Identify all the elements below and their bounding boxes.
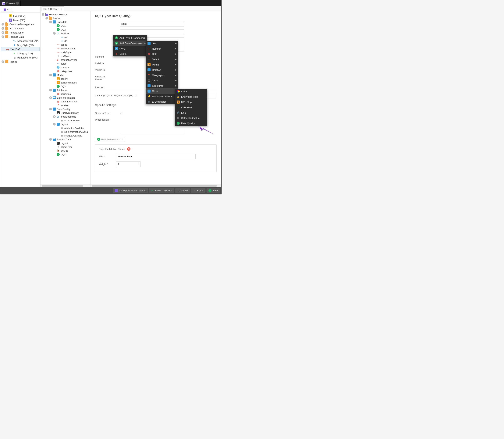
rule-weight-input[interactable]: 1 ▲▼ [116,161,141,167]
tree-item[interactable]: +E-Commerce [0,26,40,30]
menu-item[interactable]: 🔑Permission Toolkit▶ [146,94,178,99]
struct-item[interactable]: 1↓productionYear [40,58,90,62]
tree-item[interactable]: ★Event (EV) [0,14,40,18]
struct-item[interactable]: 🐌urlSlug [40,149,90,153]
struct-item[interactable]: −General Settings [40,12,90,16]
precondition-textarea[interactable] [120,117,184,134]
struct-item[interactable]: ✓DQ2 [40,28,90,31]
tree-item[interactable]: +PortalEngine [0,30,40,35]
struct-item[interactable]: −Layout [40,122,90,126]
expand-icon[interactable]: − [49,21,52,23]
remove-rule-icon[interactable]: ✕ [127,147,130,151]
struct-item[interactable]: ▦categories [40,69,90,73]
tree-item[interactable]: ▦Manufacturer (MA) [0,55,40,60]
menu-item[interactable]: 1.2Number▶ [146,46,178,51]
expand-icon[interactable]: − [53,123,56,125]
menu-item[interactable]: ✓Data Quality [175,121,207,126]
struct-item[interactable]: ΣQualitySummary [40,111,90,115]
struct-item[interactable]: 🌐country [40,65,90,69]
tree-item[interactable]: −Product Data [0,35,40,39]
top-tab-classes[interactable]: Classes ✕ [0,0,21,6]
spinner-up-icon[interactable]: ▲ [138,162,140,163]
expand-icon[interactable]: + [1,31,4,34]
menu-item[interactable]: ▦Calculated Value [175,115,207,121]
menu-item[interactable]: Text▶ [146,41,178,46]
configure-custom-layouts-button[interactable]: Configure Custom Layouts [113,188,148,193]
struct-item[interactable]: ▲gallery [40,77,90,81]
expand-icon[interactable]: − [49,138,52,141]
tree-item[interactable]: ≡News (NE) [0,18,40,22]
struct-item[interactable]: −System Data [40,137,90,141]
struct-item[interactable]: ✓DQ4 [40,153,90,156]
menu-item[interactable]: 🔗Link [175,110,207,115]
struct-item[interactable]: ▦attributes [40,92,90,96]
struct-item[interactable]: −文localizedfields [40,115,90,119]
menu-item[interactable]: Other▶ [146,88,178,94]
export-button[interactable]: ☁Export [191,188,205,193]
save-button[interactable]: ✓Save [207,188,220,193]
expand-icon[interactable]: − [42,13,44,16]
menu-item[interactable]: ✓Checkbox [175,105,207,110]
struct-item[interactable]: ▭color [40,62,90,65]
name-input[interactable] [120,21,184,27]
close-icon[interactable]: ✕ [16,2,19,5]
struct-item[interactable]: −Attributes [40,88,90,92]
menu-item[interactable]: 🛒E-Commerce▶ [146,99,178,104]
expand-icon[interactable]: − [45,17,48,20]
struct-item[interactable]: ✓DQ3 [40,85,90,88]
struct-item[interactable]: −Layout [40,16,90,20]
show-in-tree-checkbox[interactable]: ✓ [120,112,122,114]
rule-definitions-button[interactable]: + Rule Definitions * ▼ [95,137,125,142]
expand-icon[interactable]: − [49,89,52,91]
expand-icon[interactable]: − [49,74,52,76]
struct-item[interactable]: o-omanufacturer [40,47,90,50]
struct-item[interactable]: −Data Quality [40,107,90,111]
rule-title-input[interactable] [116,154,196,159]
expand-icon[interactable]: + [1,61,4,63]
menu-item[interactable]: Structured▶ [146,83,178,88]
struct-item[interactable]: o-obodyStyle [40,50,90,54]
tree-item[interactable]: 🔧AccessoryPart (AP) [0,39,40,43]
spinner-down-icon[interactable]: ▼ [138,163,140,165]
struct-item[interactable]: ∨carClass [40,54,90,58]
expand-icon[interactable]: − [53,32,56,35]
menu-item[interactable]: Color [175,89,207,94]
reload-definition-button[interactable]: ⟳Reload Definition [149,188,174,193]
expand-icon[interactable]: − [49,108,52,110]
menu-item[interactable]: ⎘Copy [113,46,147,51]
import-button[interactable]: ☁Import [175,188,190,193]
tree-item[interactable]: ⊞Category (CA) [0,51,40,55]
expand-icon[interactable]: − [1,36,4,38]
struct-item[interactable]: ▦saleInformation [40,99,90,103]
close-icon[interactable]: × [61,8,62,11]
struct-item[interactable]: ▲genericImages [40,81,90,85]
menu-item[interactable]: +Add Data Component▶ [113,40,147,46]
struct-item[interactable]: ∨objectType [40,145,90,149]
expand-icon[interactable]: + [1,27,4,30]
struct-item[interactable]: o-oseries [40,43,90,47]
tree-item[interactable]: +Testing [0,60,40,64]
struct-item[interactable]: ▭na [40,35,90,39]
struct-scrollbar[interactable] [40,184,90,187]
menu-item[interactable]: 🐌URL Slug [175,99,207,105]
struct-item[interactable]: −文localize [40,31,90,35]
struct-item[interactable]: ▦textsAvailable [40,119,90,122]
menu-item[interactable]: +Add Layout Component▶ [113,35,147,40]
expand-icon[interactable]: + [1,23,4,25]
struct-item[interactable]: −Sale Information [40,96,90,99]
struct-item[interactable]: ΣLayout [40,141,90,145]
detail-scrollbar[interactable] [90,184,221,187]
tree-item[interactable]: 🚗Car (CAR) [1,47,40,51]
title-input[interactable] [120,29,184,35]
menu-item[interactable]: 🔒Encrypted Field [175,94,207,99]
struct-item[interactable]: −Basedata [40,20,90,24]
menu-item[interactable]: ≡Select▶ [146,57,178,62]
struct-item[interactable]: 📍location [40,103,90,107]
struct-item[interactable]: −Media [40,73,90,77]
menu-item[interactable]: Relation▶ [146,67,178,73]
menu-item[interactable]: 📍Geographic▶ [146,73,178,78]
struct-item[interactable]: ▦attributesAvailable [40,126,90,130]
menu-item[interactable]: 🗑Delete [113,51,147,56]
menu-item[interactable]: 🎧CRM▶ [146,78,178,83]
expand-icon[interactable]: − [49,96,52,99]
